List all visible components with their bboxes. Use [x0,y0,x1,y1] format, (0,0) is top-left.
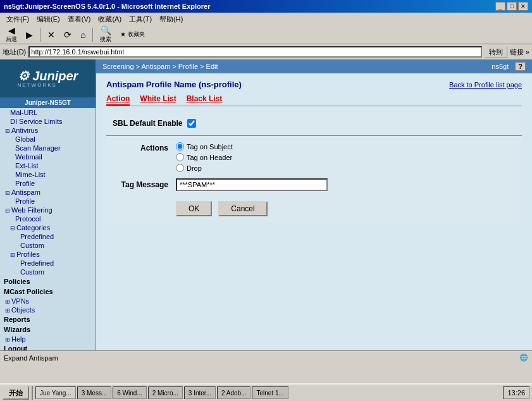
sidebar-device-name: Juniper-NS5GT [0,97,96,108]
radio-drop-label: Drop [187,164,202,172]
sidebar-item-global[interactable]: Global [0,135,96,144]
sidebar-item-custom2[interactable]: Custom [0,268,96,276]
tab-white-list[interactable]: White List [140,94,176,106]
help-button[interactable]: ? [515,62,526,71]
sidebar-logo: ⚙ Juniper NETWORKS [0,59,96,97]
sidebar-item-mal-url[interactable]: Mal-URL [0,108,96,117]
sidebar-item-as-profile[interactable]: Profile [0,197,96,206]
menu-file[interactable]: 文件(F) [3,14,33,25]
sidebar-item-reports[interactable]: Reports [0,314,96,324]
forward-button[interactable]: ▶ [23,28,36,41]
sidebar-item-predefined1[interactable]: Predefined [0,232,96,241]
sidebar-item-protocol[interactable]: Protocol [0,214,96,223]
back-link[interactable]: Back to Profile list page [449,81,522,89]
back-button[interactable]: ◀ 后退 [3,24,20,45]
tab-action[interactable]: Action [106,94,130,106]
form-divider [106,135,522,136]
go-button[interactable]: 转到 [485,46,507,58]
sidebar-item-categories[interactable]: ⊟Categories [0,223,96,232]
main-layout: ⚙ Juniper NETWORKS Juniper-NS5GT Mal-URL… [0,59,532,350]
sidebar-item-av-profile[interactable]: Profile [0,179,96,188]
tab-black-list[interactable]: Black List [187,94,223,106]
menu-favorites[interactable]: 收藏(A) [94,14,125,25]
actions-row: Actions Tag on Subject Tag on Header [106,142,522,172]
action-controls: Tag on Subject Tag on Header Drop [176,142,233,172]
sidebar-item-wizards[interactable]: Wizards [0,324,96,335]
antivirus-expand-icon: ⊟ [5,128,10,134]
tag-message-input[interactable] [176,178,328,191]
refresh-icon: ⟳ [64,30,71,40]
sidebar-item-mime-list[interactable]: Mime-List [0,170,96,179]
sidebar-item-ext-list[interactable]: Ext-List [0,161,96,170]
logo-networks: NETWORKS [18,82,57,88]
menu-view[interactable]: 查看(V) [64,14,95,25]
home-icon: ⌂ [80,30,85,40]
sidebar-item-predefined2[interactable]: Predefined [0,259,96,268]
sidebar-item-logout[interactable]: Logout [0,343,96,350]
refresh-button[interactable]: ⟳ [61,28,75,41]
sidebar: ⚙ Juniper NETWORKS Juniper-NS5GT Mal-URL… [0,59,96,350]
toolbar-sep1 [40,28,40,42]
sidebar-item-objects[interactable]: ⊞Objects [0,305,96,314]
maximize-button[interactable]: □ [507,2,517,11]
radio-tag-header[interactable] [176,153,184,161]
categories-expand-icon: ⊟ [10,225,15,231]
close-button[interactable]: ✕ [518,2,528,11]
window-controls[interactable]: _ □ ✕ [495,2,528,11]
sidebar-item-antivirus[interactable]: ⊟Antivirus [0,126,96,135]
radio-tag-subject[interactable] [176,142,184,151]
taskbar-clock: 13:26 [503,386,529,399]
buttons-row: OK Cancel [106,201,522,216]
help-expand-icon: ⊞ [5,336,10,343]
sidebar-item-antispam[interactable]: ⊟Antispam [0,188,96,197]
ok-button[interactable]: OK [176,201,212,216]
tabs-row: Action White List Black List [106,94,522,106]
menu-edit[interactable]: 编辑(E) [33,14,64,25]
start-button[interactable]: 开始 [3,386,29,400]
sidebar-item-mcast[interactable]: MCast Policies [0,287,96,297]
sidebar-item-webmail[interactable]: Webmail [0,152,96,161]
sidebar-item-web-filtering[interactable]: ⊟Web Filtering [0,206,96,214]
menu-help[interactable]: 帮助(H) [156,14,187,25]
minimize-button[interactable]: _ [495,2,505,11]
search-icon: 🔍 [101,25,111,35]
taskbar: 开始 Jue Yang... 3 Mess... 6 Wind... 2 Mic… [0,383,532,401]
window-title-bar: ns5gt:Juniper-ScreenOS 5.4.0r1.0 - Micro… [0,0,532,13]
links-label: 链接 » [510,47,529,57]
top-nav: Screening > Antispam > Profile > Edit ns… [96,59,532,73]
antispam-expand-icon: ⊟ [5,190,10,196]
taskbar-task-6[interactable]: Telnet 1... [252,386,288,399]
taskbar-task-4[interactable]: 3 Inter... [184,386,216,399]
address-input[interactable] [28,46,482,58]
radio-tag-header-row: Tag on Header [176,153,233,161]
sidebar-item-custom1[interactable]: Custom [0,241,96,250]
address-label: 地址(D) [3,47,26,57]
page-title-row: Antispam Profile Name (ns-profile) Back … [106,80,522,89]
stop-button[interactable]: ✕ [44,28,58,41]
taskbar-task-2[interactable]: 6 Wind... [113,386,146,399]
taskbar-task-5[interactable]: 2 Adob... [217,386,251,399]
home-button[interactable]: ⌂ [77,28,89,41]
taskbar-task-3[interactable]: 2 Micro... [148,386,183,399]
favorites-button[interactable]: ★ 收藏夹 [117,29,148,40]
menu-tools[interactable]: 工具(T) [125,14,156,25]
device-id: ns5gt [492,63,509,70]
search-button[interactable]: 🔍 搜索 [97,24,114,45]
taskbar-task-0[interactable]: Jue Yang... [35,386,76,399]
tag-message-row: Tag Message [106,178,522,191]
sidebar-item-policies[interactable]: Policies [0,276,96,287]
status-bar: Expand Antispam 🌐 [0,350,532,364]
sidebar-item-help[interactable]: ⊞Help [0,335,96,343]
sidebar-item-di-service[interactable]: DI Service Limits [0,117,96,126]
taskbar-task-1[interactable]: 3 Mess... [77,386,112,399]
window-title: ns5gt:Juniper-ScreenOS 5.4.0r1.0 - Micro… [4,3,210,10]
cancel-button[interactable]: Cancel [218,201,267,216]
sidebar-item-vpns[interactable]: ⊞VPNs [0,297,96,305]
sidebar-item-profiles[interactable]: ⊟Profiles [0,250,96,259]
status-text: Expand Antispam [4,354,519,362]
radio-drop[interactable] [176,164,184,172]
sidebar-item-scan-manager[interactable]: Scan Manager [0,144,96,152]
menu-bar: 文件(F) 编辑(E) 查看(V) 收藏(A) 工具(T) 帮助(H) [0,13,532,25]
objects-expand-icon: ⊞ [5,307,10,314]
sbl-checkbox[interactable] [187,119,196,128]
